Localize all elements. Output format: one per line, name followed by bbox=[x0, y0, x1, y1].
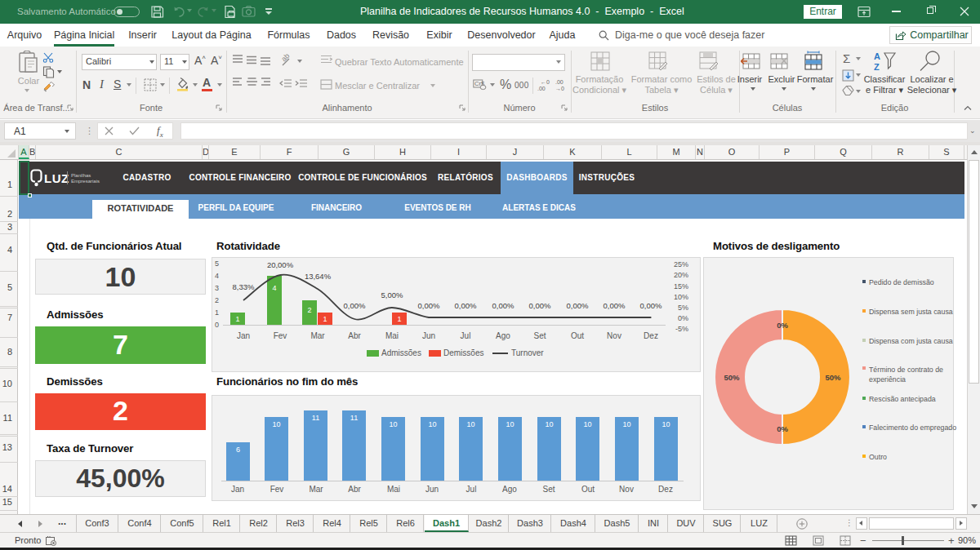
svg-text:.00: .00 bbox=[537, 86, 546, 91]
svg-text:.00: .00 bbox=[555, 79, 564, 85]
svg-text:ab: ab bbox=[281, 54, 291, 64]
svg-text:→0: →0 bbox=[555, 86, 564, 91]
svg-text:A: A bbox=[874, 51, 880, 61]
svg-text:Z: Z bbox=[874, 62, 880, 72]
svg-text:←0: ←0 bbox=[541, 79, 550, 85]
